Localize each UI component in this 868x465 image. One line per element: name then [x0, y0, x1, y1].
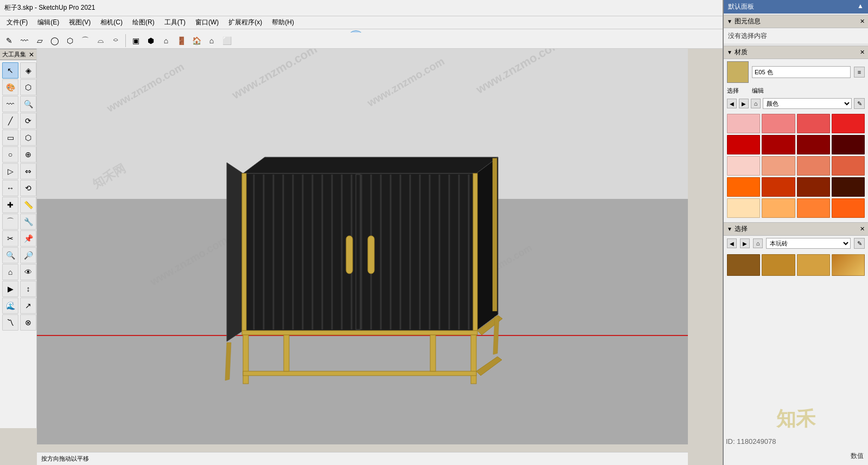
tb2-stair[interactable]: 🏠	[189, 34, 203, 47]
menu-tools[interactable]: 工具(T)	[160, 17, 190, 28]
tb2-pushpull[interactable]: ▣	[129, 34, 143, 47]
color-swatch2-1-4[interactable]	[832, 254, 865, 276]
mat2-nav-next[interactable]: ▶	[740, 238, 750, 248]
tool-tape[interactable]: 〰	[2, 96, 18, 112]
tb2-cabinet[interactable]: ⬜	[220, 34, 234, 47]
entity-info-section-header[interactable]: ▼ 图元信息 ✕	[724, 15, 868, 28]
tb2-door[interactable]: 🚪	[174, 34, 188, 47]
color-swatch-4-4[interactable]	[832, 177, 865, 197]
tool-misc[interactable]: 〽	[2, 314, 18, 331]
mat2-nav-prev[interactable]: ◀	[727, 238, 737, 248]
menu-draw[interactable]: 绘图(R)	[128, 17, 159, 28]
tool-select[interactable]: ↖	[2, 62, 18, 79]
tool-axis[interactable]: ↗	[20, 298, 36, 314]
tb2-poly[interactable]: ⬡	[63, 34, 77, 47]
tb2-house2[interactable]: ⌂	[159, 34, 173, 47]
tool-scale[interactable]: ↔	[2, 180, 18, 196]
tool-arc2[interactable]: ⌒	[2, 214, 18, 230]
tool-line[interactable]: ╱	[2, 113, 18, 129]
color-pencil-btn[interactable]: ✎	[854, 98, 865, 109]
color-swatch-3-2[interactable]	[762, 156, 795, 176]
tb2-circle2[interactable]: ◯	[48, 34, 62, 47]
color-swatch-5-4[interactable]	[832, 198, 865, 218]
color-swatch-2-4[interactable]	[832, 135, 865, 154]
color-swatch2-1-1[interactable]	[727, 254, 760, 276]
tool-rect[interactable]: ▭	[2, 130, 18, 146]
tool-paint[interactable]: 🎨	[2, 79, 18, 95]
tool-eraser[interactable]: ⬡	[20, 79, 36, 95]
select2-close[interactable]: ✕	[860, 225, 865, 232]
color-swatch-4-3[interactable]	[797, 177, 830, 197]
color-swatch-3-1[interactable]	[727, 156, 760, 176]
menu-camera[interactable]: 相机(C)	[96, 17, 127, 28]
entity-info-close[interactable]: ✕	[860, 18, 865, 25]
color-swatch-1-1[interactable]	[727, 114, 760, 133]
tool-pushpull[interactable]: ▷	[2, 163, 18, 179]
color-nav-next[interactable]: ▶	[739, 99, 749, 108]
tool-guide[interactable]: ✚	[2, 197, 18, 213]
color-swatch-3-4[interactable]	[832, 156, 865, 176]
tool-pin[interactable]: 📌	[20, 230, 36, 247]
tool-shift[interactable]: ↕	[20, 281, 36, 297]
color-swatch2-1-3[interactable]	[797, 254, 830, 276]
3d-viewport[interactable]: www.znzmo.com www.znzmo.com www.znzmo.co…	[37, 49, 688, 444]
tool-followme[interactable]: 🔧	[20, 214, 36, 230]
close-sidebar-icon[interactable]: ✕	[29, 51, 34, 59]
color-swatch-5-1[interactable]	[727, 198, 760, 218]
tb2-arc3[interactable]: ⌔	[108, 34, 123, 47]
menu-help[interactable]: 帮助(H)	[267, 17, 298, 28]
tool-zoomin[interactable]: 🔍	[2, 247, 18, 263]
tb2-rect[interactable]: ▱	[33, 34, 47, 47]
material-menu-btn[interactable]: ≡	[854, 67, 865, 78]
select2-section-header[interactable]: ▼ 选择 ✕	[724, 222, 868, 236]
color-mode-select[interactable]: 颜色	[763, 98, 852, 109]
mat2-pencil-btn[interactable]: ✎	[854, 238, 865, 249]
tb2-curve[interactable]: 〰	[17, 34, 31, 47]
menu-view[interactable]: 视图(V)	[65, 17, 95, 28]
menu-edit[interactable]: 编辑(E)	[33, 17, 63, 28]
color-swatch-1-2[interactable]	[762, 114, 795, 133]
color-swatch2-1-2[interactable]	[762, 254, 795, 276]
tool-polygon[interactable]: ⬡	[20, 130, 36, 146]
tool-animation[interactable]: ▶	[2, 281, 18, 297]
mat2-home-btn[interactable]: ⌂	[753, 238, 763, 248]
color-swatch-5-2[interactable]	[762, 198, 795, 218]
color-swatch-2-3[interactable]	[797, 135, 830, 154]
color-swatch-1-3[interactable]	[797, 114, 830, 133]
material-name-input[interactable]	[752, 66, 851, 78]
tool-section[interactable]: ⊗	[20, 314, 36, 331]
tool-offset[interactable]: ⊕	[20, 146, 36, 163]
tool-protractor[interactable]: 🔍	[20, 96, 36, 112]
tb2-pencil[interactable]: ✎	[2, 34, 16, 47]
tb2-followme[interactable]: ⬢	[144, 34, 158, 47]
materials-close[interactable]: ✕	[860, 49, 865, 56]
color-swatch-2-1[interactable]	[727, 135, 760, 154]
tb2-arc[interactable]: ⌒	[78, 34, 92, 47]
menu-file[interactable]: 文件(F)	[2, 17, 32, 28]
tool-move[interactable]: ⇔	[20, 163, 36, 179]
color-home-btn[interactable]: ⌂	[751, 99, 761, 108]
tool-component[interactable]: ◈	[20, 62, 36, 79]
color-swatch-2-2[interactable]	[762, 135, 795, 154]
tb2-roof[interactable]: ⌂	[205, 34, 219, 47]
tool-arc[interactable]: ⟳	[20, 113, 36, 129]
color-swatch-5-3[interactable]	[797, 198, 830, 218]
tool-zoomfit[interactable]: ⌂	[2, 264, 18, 280]
panel-expand-icon[interactable]: ▲	[857, 2, 864, 11]
tb2-arc2[interactable]: ⌓	[93, 34, 107, 47]
color-nav-prev[interactable]: ◀	[727, 99, 737, 108]
materials-section-header[interactable]: ▼ 材质 ✕	[724, 46, 868, 59]
menu-window[interactable]: 窗口(W)	[191, 17, 223, 28]
color-swatch-4-1[interactable]	[727, 177, 760, 197]
color-swatch-1-4[interactable]	[832, 114, 865, 133]
tool-measure[interactable]: 📏	[20, 197, 36, 213]
material2-select[interactable]: 本玩砖	[766, 238, 851, 249]
color-swatch-4-2[interactable]	[762, 177, 795, 197]
menu-extensions[interactable]: 扩展程序(x)	[224, 17, 266, 28]
tool-walk[interactable]: 👁	[20, 264, 36, 280]
tool-rotate[interactable]: ⟲	[20, 180, 36, 196]
color-swatch-3-3[interactable]	[797, 156, 830, 176]
tool-circle[interactable]: ○	[2, 146, 18, 163]
tool-zoomout[interactable]: 🔎	[20, 247, 36, 263]
tool-interact[interactable]: ✂	[2, 230, 18, 247]
